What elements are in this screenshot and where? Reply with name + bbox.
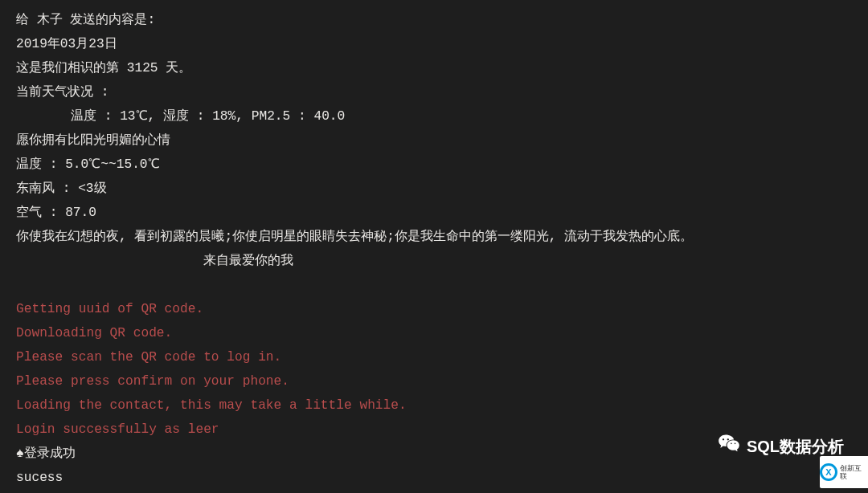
terminal-line: 东南风 : <3级 — [16, 177, 852, 201]
terminal-line — [16, 273, 852, 297]
terminal-line: 来自最爱你的我 — [16, 249, 852, 273]
partner-logo: X 创新互联 — [820, 456, 868, 488]
terminal-line: 给 木子 发送的内容是: — [16, 8, 852, 32]
terminal-line: 空气 : 87.0 — [16, 201, 852, 225]
wechat-icon — [718, 432, 740, 461]
terminal-line: 2019年03月23日 — [16, 32, 852, 56]
watermark-label: SQL数据分析 — [747, 434, 844, 458]
terminal-line: Loading the contact, this may take a lit… — [16, 393, 852, 418]
terminal-line: 这是我们相识的第 3125 天。 — [16, 56, 852, 80]
terminal-output: 给 木子 发送的内容是:2019年03月23日这是我们相识的第 3125 天。当… — [16, 8, 852, 490]
terminal-line: Please press confirm on your phone. — [16, 369, 852, 393]
terminal-line: 温度 : 13℃, 湿度 : 18%, PM2.5 : 40.0 — [16, 104, 852, 128]
terminal-line: 你使我在幻想的夜, 看到初露的晨曦;你使启明星的眼睛失去神秘;你是我生命中的第一… — [16, 225, 852, 249]
terminal-line: 愿你拥有比阳光明媚的心情 — [16, 128, 852, 153]
terminal-line: 当前天气状况 : — [16, 80, 852, 104]
terminal-line: Downloading QR code. — [16, 321, 852, 345]
partner-brand-text: 创新互联 — [840, 464, 868, 480]
terminal-line: 温度 : 5.0℃~~15.0℃ — [16, 153, 852, 177]
partner-logo-icon: X — [820, 463, 837, 481]
terminal-line: Please scan the QR code to log in. — [16, 345, 852, 369]
terminal-line: sucess — [16, 466, 852, 490]
terminal-line: Getting uuid of QR code. — [16, 297, 852, 321]
